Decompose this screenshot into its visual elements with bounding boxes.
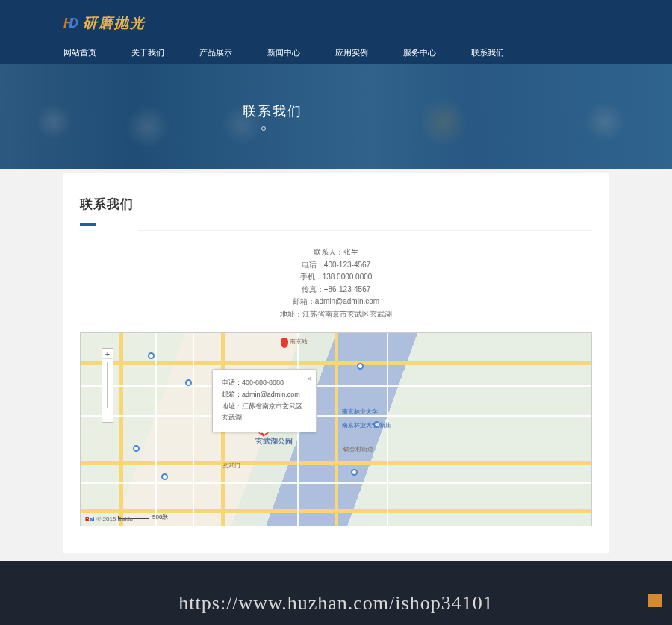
zoom-slider[interactable] xyxy=(102,359,113,411)
popup-address: 地址：江苏省南京市玄武区玄武湖 xyxy=(222,401,307,425)
logo-icon: HD xyxy=(63,16,78,31)
poi-icon[interactable] xyxy=(351,469,358,476)
footer: https://www.huzhan.com/ishop34101 xyxy=(0,561,672,625)
popup-phone: 电话：400-888-8888 xyxy=(222,377,307,389)
contact-fax: 传真：+86-123-4567 xyxy=(80,284,592,296)
hero-title: 联系我们 xyxy=(63,102,609,120)
poi-icon[interactable] xyxy=(148,352,155,359)
nav-cases[interactable]: 应用实例 xyxy=(335,47,368,58)
uni-label-1: 南京林业大学 xyxy=(342,408,378,416)
logo[interactable]: HD 研磨抛光 xyxy=(63,0,609,33)
station-pin-icon[interactable] xyxy=(281,338,288,348)
back-to-top-button[interactable] xyxy=(648,594,662,607)
poi-icon[interactable] xyxy=(357,363,364,370)
uni-label-2: 南京林业大学 新庄 xyxy=(342,421,391,429)
section-title: 联系我们 xyxy=(80,196,592,213)
header: HD 研磨抛光 网站首页 关于我们 产品展示 新闻中心 应用实例 服务中心 联系… xyxy=(0,0,672,64)
area-label: 锁金村街道 xyxy=(343,445,373,453)
contact-mobile: 手机：138 0000 0000 xyxy=(80,271,592,284)
main-nav: 网站首页 关于我们 产品展示 新闻中心 应用实例 服务中心 联系我们 xyxy=(63,47,609,58)
baidu-logo-icon: Bai xyxy=(85,516,94,523)
contact-email: 邮箱：admin@admin.com xyxy=(80,296,592,308)
gate-label: 玄武门 xyxy=(223,461,240,470)
map-zoom-control: + − xyxy=(102,348,113,423)
nav-about[interactable]: 关于我们 xyxy=(131,47,164,58)
contact-person: 联系人：张生 xyxy=(80,246,592,259)
zoom-in-button[interactable]: + xyxy=(102,349,113,359)
poi-icon[interactable] xyxy=(133,445,140,452)
nav-service[interactable]: 服务中心 xyxy=(403,47,436,58)
map[interactable]: 南京站 玄武湖公园 玄武门 南京林业大学 南京林业大学 新庄 锁金村街道 × 电… xyxy=(80,332,592,526)
station-label: 南京站 xyxy=(290,338,308,346)
contact-info: 联系人：张生 电话：400-123-4567 手机：138 0000 0000 … xyxy=(80,246,592,320)
title-divider xyxy=(138,230,592,231)
map-copyright: Bai © 2015 Baidu xyxy=(85,516,133,523)
map-popup: × 电话：400-888-8888 邮箱：admin@admin.com 地址：… xyxy=(212,369,317,432)
poi-icon[interactable] xyxy=(185,379,192,386)
popup-close-icon[interactable]: × xyxy=(307,373,311,386)
contact-address: 地址：江苏省南京市玄武区玄武湖 xyxy=(80,308,592,321)
logo-text: 研磨抛光 xyxy=(83,13,146,33)
nav-products[interactable]: 产品展示 xyxy=(199,47,232,58)
hero-banner: 联系我们 xyxy=(0,64,672,169)
poi-icon[interactable] xyxy=(161,473,168,480)
nav-news[interactable]: 新闻中心 xyxy=(267,47,300,58)
title-underline-icon xyxy=(80,223,96,226)
nav-home[interactable]: 网站首页 xyxy=(63,47,96,58)
hero-dot-icon xyxy=(261,126,266,131)
zoom-out-button[interactable]: − xyxy=(102,411,113,422)
popup-email: 邮箱：admin@admin.com xyxy=(222,389,307,401)
nav-contact[interactable]: 联系我们 xyxy=(471,47,504,58)
contact-phone: 电话：400-123-4567 xyxy=(80,259,592,272)
footer-url: https://www.huzhan.com/ishop34101 xyxy=(0,592,672,615)
content-card: 联系我们 联系人：张生 电话：400-123-4567 手机：138 0000 … xyxy=(63,173,609,553)
